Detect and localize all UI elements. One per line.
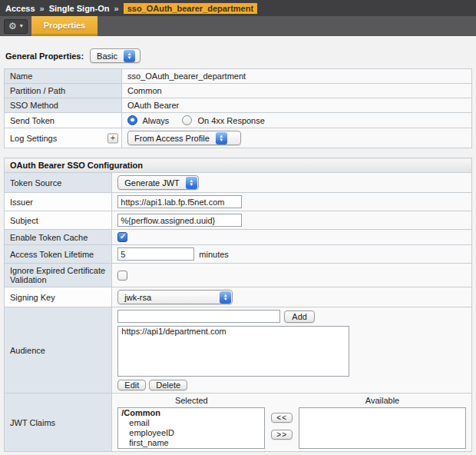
bigip-tmui-page: Access » Single Sign-On » sso_OAuth_bear… xyxy=(0,0,476,455)
table-row: Access Token Lifetime minutes xyxy=(5,245,472,264)
send-token-label: Send Token xyxy=(5,113,122,128)
table-row: Signing Key jwk-rsa ▲▼ xyxy=(5,287,472,307)
audience-delete-button[interactable]: Delete xyxy=(149,380,187,390)
jwt-claims-picker: Selected /CommonemailemployeeIDfirst_nam… xyxy=(117,396,466,449)
access-token-lifetime-value-cell: minutes xyxy=(112,245,472,264)
list-item[interactable]: first_name xyxy=(118,438,264,448)
jwt-claims-move-buttons: << >> xyxy=(265,413,299,440)
signing-key-selected-value: jwk-rsa xyxy=(124,293,213,302)
selected-mode-value: Basic xyxy=(97,51,117,61)
audience-value-cell: Add https://api1/department.com Edit Del… xyxy=(112,307,472,394)
send-token-radio-always[interactable] xyxy=(127,115,137,125)
selected-column-header: Selected xyxy=(117,396,265,405)
partition-path-label: Partition / Path xyxy=(5,84,122,98)
move-to-selected-button[interactable]: << xyxy=(271,413,293,423)
signing-key-label: Signing Key xyxy=(5,287,112,307)
tab-strip: ⚙ ▾ Properties xyxy=(0,16,476,36)
oauth-section-header: OAuth Bearer SSO Configuration xyxy=(5,158,472,173)
enable-token-cache-value-cell xyxy=(112,230,472,245)
general-properties-header: General Properties: Basic ▲▼ xyxy=(5,48,476,63)
issuer-input[interactable] xyxy=(117,195,242,208)
ignore-expired-cert-label: Ignore Expired Certificate Validation xyxy=(5,264,112,287)
select-arrows-icon: ▲▼ xyxy=(216,132,227,144)
log-settings-selected-value: From Access Profile xyxy=(134,134,210,143)
table-row: Token Source Generate JWT ▲▼ xyxy=(5,173,472,193)
list-item[interactable]: employeeID xyxy=(118,428,264,438)
send-token-value-cell: Always On 4xx Response xyxy=(122,113,472,128)
table-row: Enable Token Cache xyxy=(5,230,472,245)
partition-path-value: Common xyxy=(122,84,472,98)
breadcrumb-separator-icon: » xyxy=(114,4,119,13)
move-to-available-button[interactable]: >> xyxy=(271,430,293,440)
select-arrows-icon: ▲▼ xyxy=(124,50,135,62)
log-settings-expand-button[interactable]: + xyxy=(107,133,118,143)
name-value: sso_OAuth_bearer_department xyxy=(122,69,472,84)
ignore-expired-cert-value-cell xyxy=(112,264,472,287)
issuer-value-cell xyxy=(112,193,472,211)
audience-input[interactable] xyxy=(117,310,280,323)
access-token-lifetime-unit: minutes xyxy=(199,250,229,259)
jwt-claims-available-listbox[interactable] xyxy=(299,407,466,449)
log-settings-label-cell: Log Settings + xyxy=(5,128,122,148)
table-row: SSO Method OAuth Bearer xyxy=(5,98,472,113)
log-settings-value-cell: From Access Profile ▲▼ xyxy=(122,128,472,148)
token-source-label: Token Source xyxy=(5,173,112,193)
ignore-expired-cert-checkbox[interactable] xyxy=(117,271,127,281)
access-token-lifetime-label: Access Token Lifetime xyxy=(5,245,112,264)
jwt-claims-available-column: Available xyxy=(299,396,466,449)
jwt-claims-selected-column: Selected /CommonemailemployeeIDfirst_nam… xyxy=(117,396,265,449)
breadcrumb: Access » Single Sign-On » sso_OAuth_bear… xyxy=(0,0,476,16)
audience-edit-button[interactable]: Edit xyxy=(117,380,146,390)
table-row: OAuth Bearer SSO Configuration xyxy=(5,158,472,173)
page-options-button[interactable]: ⚙ ▾ xyxy=(4,19,28,34)
send-token-option-on-4xx-label: On 4xx Response xyxy=(197,116,264,125)
issuer-label: Issuer xyxy=(5,193,112,211)
table-row: Name sso_OAuth_bearer_department xyxy=(5,69,472,84)
gear-icon: ⚙ xyxy=(8,22,17,31)
enable-token-cache-checkbox[interactable] xyxy=(117,232,127,242)
list-item[interactable]: email xyxy=(118,418,264,428)
audience-add-button[interactable]: Add xyxy=(284,311,315,323)
send-token-option-always[interactable]: Always xyxy=(127,116,171,125)
tab-properties[interactable]: Properties xyxy=(31,16,98,36)
breadcrumb-item-single-sign-on[interactable]: Single Sign-On xyxy=(49,4,110,13)
breadcrumb-item-access[interactable]: Access xyxy=(5,4,35,13)
log-settings-label: Log Settings xyxy=(10,134,57,143)
audience-label: Audience xyxy=(5,307,112,394)
audience-add-row: Add xyxy=(117,310,466,323)
audience-listbox[interactable]: https://api1/department.com xyxy=(117,326,349,377)
general-properties-heading: General Properties: xyxy=(5,51,84,61)
sso-method-label: SSO Method xyxy=(5,98,122,113)
chevron-down-icon: ▾ xyxy=(20,23,23,29)
subject-input[interactable] xyxy=(117,214,242,227)
signing-key-select[interactable]: jwk-rsa ▲▼ xyxy=(117,290,233,304)
tab-properties-label: Properties xyxy=(44,21,85,30)
jwt-claims-selected-listbox[interactable]: /CommonemailemployeeIDfirst_name xyxy=(117,407,265,449)
token-source-select[interactable]: Generate JWT ▲▼ xyxy=(117,175,199,190)
list-item[interactable]: https://api1/department.com xyxy=(118,327,349,337)
table-row: JWT Claims Selected /Commonemailemployee… xyxy=(5,394,472,452)
general-properties-table: Name sso_OAuth_bearer_department Partiti… xyxy=(4,68,472,148)
main-content: General Properties: Basic ▲▼ Name sso_OA… xyxy=(0,36,476,455)
table-row: Subject xyxy=(5,211,472,230)
enable-token-cache-label: Enable Token Cache xyxy=(5,230,112,245)
list-item[interactable]: /Common xyxy=(118,408,264,418)
send-token-option-on-4xx[interactable]: On 4xx Response xyxy=(182,116,265,125)
name-label: Name xyxy=(5,69,122,84)
select-arrows-icon: ▲▼ xyxy=(186,177,197,189)
send-token-radio-on-4xx[interactable] xyxy=(182,115,192,125)
table-row: Ignore Expired Certificate Validation xyxy=(5,264,472,287)
log-settings-select[interactable]: From Access Profile ▲▼ xyxy=(127,131,241,145)
available-column-header: Available xyxy=(299,396,466,405)
table-row: Log Settings + From Access Profile ▲▼ xyxy=(5,128,472,148)
table-row: Audience Add https://api1/department.com… xyxy=(5,307,472,394)
token-source-value-cell: Generate JWT ▲▼ xyxy=(112,173,472,193)
table-row: Send Token Always On 4xx Response xyxy=(5,113,472,128)
oauth-config-table: OAuth Bearer SSO Configuration Token Sou… xyxy=(4,158,472,452)
send-token-option-always-label: Always xyxy=(142,116,169,125)
access-token-lifetime-input[interactable] xyxy=(117,247,194,261)
general-properties-mode-select[interactable]: Basic ▲▼ xyxy=(90,48,140,63)
jwt-claims-label: JWT Claims xyxy=(5,394,112,452)
signing-key-value-cell: jwk-rsa ▲▼ xyxy=(112,287,472,307)
breadcrumb-current-item: sso_OAuth_bearer_department xyxy=(124,3,257,14)
